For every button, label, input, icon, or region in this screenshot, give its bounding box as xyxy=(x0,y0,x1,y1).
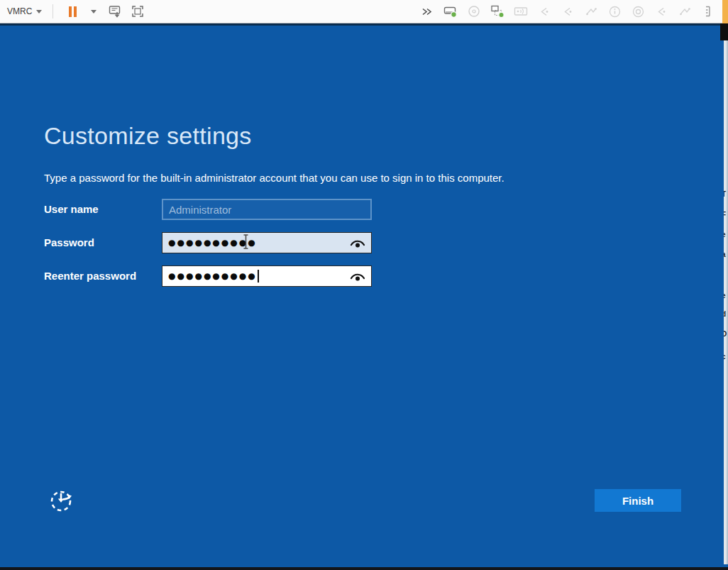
webcam-icon xyxy=(632,6,644,18)
edge-text-fragment: c xyxy=(724,353,726,361)
eye-icon xyxy=(350,238,365,248)
edge-text-fragment: d xyxy=(724,311,726,318)
pause-icon xyxy=(69,6,77,17)
vmrc-menu-caret-icon xyxy=(36,10,42,13)
reveal-reenter-password-button[interactable] xyxy=(350,270,365,282)
edge-text-fragment: e xyxy=(724,292,726,300)
vmrc-toolbar: VMRC xyxy=(0,0,728,23)
edge-text-fragment: e xyxy=(724,231,726,239)
toolbar-edge-strip xyxy=(722,0,728,23)
cd-dvd-button[interactable] xyxy=(465,3,482,20)
finish-button[interactable]: Finish xyxy=(595,489,681,512)
usb-device-4-icon xyxy=(656,6,667,17)
toolbar-shadow-line xyxy=(0,23,728,26)
stretch-handle-button[interactable] xyxy=(700,3,717,20)
hard-disk-button[interactable] xyxy=(442,3,459,20)
bottom-screen-edge xyxy=(0,567,728,570)
hard-disk-icon xyxy=(443,5,458,18)
page-title: Customize settings xyxy=(44,122,252,150)
reenter-password-masked-value: ●●●●●●●●●● xyxy=(168,271,257,281)
eye-icon xyxy=(350,271,365,281)
reenter-password-label: Reenter password xyxy=(44,265,160,287)
usb-device-1-icon xyxy=(539,6,550,17)
info-button[interactable] xyxy=(606,3,623,20)
stretch-handle-icon xyxy=(704,5,712,18)
pause-dropdown-caret-icon xyxy=(91,10,96,13)
usb-device-5-icon xyxy=(679,6,691,16)
expand-toolbar-icon xyxy=(421,7,433,16)
edge-text-fragment: F xyxy=(724,212,726,219)
send-ctrl-alt-del-button[interactable] xyxy=(107,3,124,20)
sound-card-button[interactable] xyxy=(512,3,529,20)
usb-device-2-button[interactable] xyxy=(559,3,576,20)
usb-device-1-button[interactable] xyxy=(536,3,553,20)
toolbar-divider xyxy=(53,4,53,18)
usb-device-3-icon xyxy=(585,6,597,16)
password-label: Password xyxy=(44,232,160,253)
usb-device-3-button[interactable] xyxy=(583,3,600,20)
reveal-password-button[interactable] xyxy=(350,237,365,248)
password-field[interactable]: ●●●●●●●●●● xyxy=(162,232,372,253)
send-ctrl-alt-del-icon xyxy=(109,5,123,18)
info-icon xyxy=(609,6,621,18)
usb-device-5-button[interactable] xyxy=(676,3,693,20)
user-name-field[interactable] xyxy=(162,199,372,220)
ease-of-access-icon xyxy=(48,486,76,515)
usb-device-2-icon xyxy=(562,6,573,17)
vmrc-menu-button[interactable]: VMRC xyxy=(7,6,42,16)
vmrc-menu-label: VMRC xyxy=(7,6,32,16)
pause-button[interactable] xyxy=(64,3,81,20)
fullscreen-icon xyxy=(131,5,144,18)
text-input-caret xyxy=(258,270,259,283)
cd-dvd-icon xyxy=(468,5,480,18)
ease-of-access-button[interactable] xyxy=(48,486,76,515)
cropped-screen-edge: T F e a e d D c xyxy=(724,40,728,564)
usb-device-4-button[interactable] xyxy=(653,3,670,20)
sound-card-icon xyxy=(514,6,528,16)
fullscreen-button[interactable] xyxy=(129,3,146,20)
webcam-button[interactable] xyxy=(629,3,646,20)
edge-text-fragment: T xyxy=(724,191,726,198)
toolbar-device-group xyxy=(419,3,728,20)
user-name-input[interactable] xyxy=(163,200,370,219)
edge-text-fragment: D xyxy=(724,331,727,338)
toolbar-left-group: VMRC xyxy=(0,3,146,20)
reenter-password-field[interactable]: ●●●●●●●●●● xyxy=(162,265,372,287)
expand-toolbar-button[interactable] xyxy=(419,3,436,20)
vmrc-window: VMRC xyxy=(0,0,728,570)
user-name-label: User name xyxy=(44,199,160,220)
screen-corner-gap xyxy=(720,23,728,40)
mouse-ibeam-cursor xyxy=(241,234,250,253)
edge-text-fragment: a xyxy=(724,251,726,258)
network-adapter-icon xyxy=(490,5,504,18)
pause-dropdown-button[interactable] xyxy=(85,3,102,20)
network-adapter-button[interactable] xyxy=(489,3,506,20)
page-subtitle: Type a password for the built-in adminis… xyxy=(44,172,504,184)
